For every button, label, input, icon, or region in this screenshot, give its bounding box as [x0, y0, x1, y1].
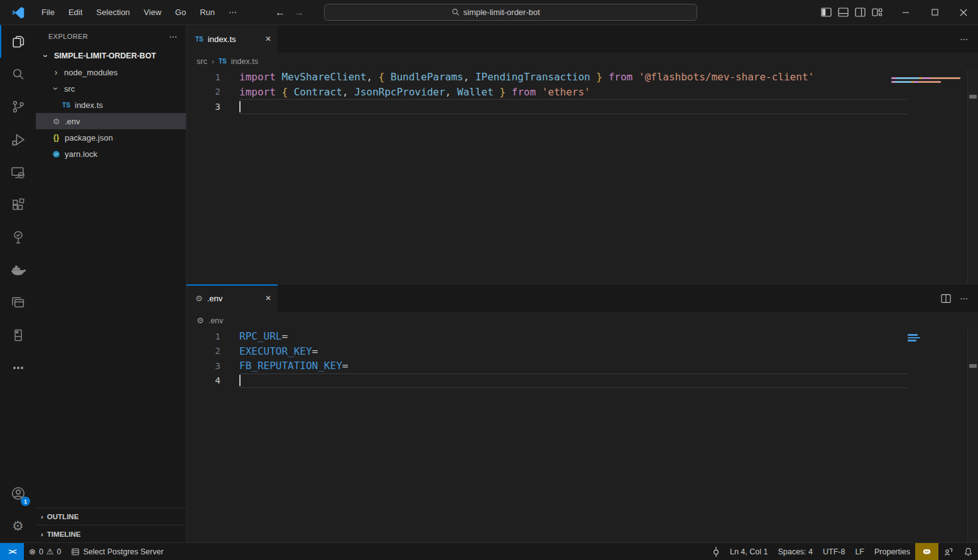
sidebar-item-node-modules[interactable]: › node_modules — [36, 64, 186, 80]
env-line-4-current[interactable]: 4 — [187, 374, 978, 389]
env-line-2[interactable]: 2 EXECUTOR_KEY= — [187, 344, 978, 359]
gear-file-icon: ⚙ — [197, 316, 204, 325]
indentation-status[interactable]: Spaces: 4 — [773, 543, 818, 560]
sidebar-item-index-ts[interactable]: TS index.ts — [36, 97, 186, 113]
chevron-right-icon: › — [212, 57, 214, 66]
nav-history: ← → — [275, 7, 304, 18]
feedback-icon[interactable] — [938, 543, 959, 560]
close-tab-icon[interactable]: ✕ — [265, 35, 271, 43]
tab-actions-top: ⋯ — [960, 25, 978, 53]
statusbar-right: Ln 4, Col 1 Spaces: 4 UTF-8 LF Propertie… — [707, 543, 978, 560]
timeline-section[interactable]: › TIMELINE — [36, 525, 186, 542]
close-tab-icon[interactable]: ✕ — [265, 294, 271, 303]
tab-env[interactable]: ⚙ .env ✕ — [187, 284, 278, 312]
command-center-search[interactable] — [324, 4, 697, 21]
sidebar-header: EXPLORER ⋯ — [36, 25, 186, 48]
code-editor-env[interactable]: 1 RPC_URL= 2 EXECUTOR_KEY= 3 FB_REPUTATI… — [187, 329, 978, 542]
error-icon: ⊗ — [29, 547, 36, 556]
copilot-icon[interactable] — [915, 543, 938, 560]
forward-arrow-icon[interactable]: → — [294, 7, 304, 18]
tabbar-top: TS index.ts ✕ ⋯ — [187, 25, 978, 53]
close-icon[interactable] — [949, 0, 978, 25]
menu-run[interactable]: Run — [194, 5, 220, 19]
postgres-server-status[interactable]: Select Postgres Server — [66, 543, 168, 560]
breadcrumb-file[interactable]: .env — [209, 316, 224, 325]
sidebar-more-icon[interactable]: ⋯ — [169, 32, 178, 41]
maximize-icon[interactable] — [920, 0, 949, 25]
code-line-3-current[interactable]: 3 — [187, 99, 978, 114]
menu-selection[interactable]: Selection — [90, 5, 135, 19]
gear-file-icon: ⚙ — [195, 294, 203, 303]
sidebar-item-yarn-lock[interactable]: yarn.lock — [36, 146, 186, 162]
toggle-secondary-sidebar-icon[interactable] — [855, 8, 866, 17]
editor-group-bottom: ⚙ .env ✕ ⋯ ⚙ .env 1 RPC_URL — [187, 284, 978, 542]
scrollbar-bottom[interactable] — [967, 329, 978, 542]
activity-bar: 1 ⚙ — [0, 25, 36, 542]
sidebar-item-src[interactable]: › src — [36, 80, 186, 97]
menu-view[interactable]: View — [138, 5, 167, 19]
menu-file[interactable]: File — [36, 5, 60, 19]
scrollbar-thumb[interactable] — [969, 364, 977, 368]
split-editor-icon[interactable] — [941, 294, 951, 303]
window-preview-icon[interactable] — [0, 286, 36, 319]
scrollbar-thumb[interactable] — [969, 95, 977, 99]
editor-more-icon[interactable]: ⋯ — [960, 35, 969, 44]
settings-gear-icon[interactable]: ⚙ — [0, 510, 36, 542]
editor-more-icon[interactable]: ⋯ — [960, 294, 969, 303]
breadcrumb-bottom[interactable]: ⚙ .env — [187, 312, 978, 329]
test-tree-icon[interactable] — [0, 221, 36, 254]
accounts-icon[interactable]: 1 — [0, 477, 36, 510]
editor-area: TS index.ts ✕ ⋯ src › TS index.ts — [187, 25, 978, 542]
tab-label: index.ts — [208, 35, 236, 44]
language-mode[interactable]: Properties — [869, 543, 915, 560]
scrollbar-top[interactable] — [967, 70, 978, 284]
remote-explorer-icon[interactable] — [0, 156, 36, 188]
code-line-1[interactable]: 1 import MevShareClient, { BundleParams,… — [187, 70, 978, 85]
search-input[interactable] — [464, 8, 570, 17]
ports-icon[interactable] — [707, 543, 725, 560]
minimap-bottom[interactable] — [908, 334, 923, 343]
tab-index-ts[interactable]: TS index.ts ✕ — [187, 25, 278, 53]
tree-root[interactable]: › SIMPLE-LIMIT-ORDER-BOT — [36, 48, 186, 64]
env-line-1[interactable]: 1 RPC_URL= — [187, 329, 978, 344]
cursor-position[interactable]: Ln 4, Col 1 — [725, 543, 773, 560]
explorer-icon[interactable] — [0, 25, 36, 58]
minimap-top[interactable] — [891, 77, 960, 85]
encoding-status[interactable]: UTF-8 — [818, 543, 850, 560]
env-line-3[interactable]: 3 FB_REPUTATION_KEY= — [187, 358, 978, 374]
toggle-primary-sidebar-icon[interactable] — [821, 8, 832, 17]
breadcrumb-folder[interactable]: src — [197, 57, 207, 66]
outline-section[interactable]: › OUTLINE — [36, 509, 186, 525]
tab-actions-bottom: ⋯ — [941, 284, 978, 312]
problems-status[interactable]: ⊗ 0 ⚠ 0 — [24, 543, 66, 560]
customize-layout-icon[interactable] — [872, 8, 883, 17]
code-editor-index-ts[interactable]: 1 import MevShareClient, { BundleParams,… — [187, 70, 978, 284]
titlebar: File Edit Selection View Go Run ⋯ ← → — [0, 0, 978, 25]
device-manager-icon[interactable] — [0, 319, 36, 352]
bell-icon[interactable] — [959, 543, 978, 560]
breadcrumb-file[interactable]: index.ts — [231, 57, 258, 66]
yarn-file-icon — [51, 150, 62, 158]
chevron-down-icon: › — [41, 51, 51, 61]
breadcrumb-top[interactable]: src › TS index.ts — [187, 53, 978, 70]
back-arrow-icon[interactable]: ← — [275, 7, 285, 18]
docker-icon[interactable] — [0, 254, 36, 286]
eol-status[interactable]: LF — [850, 543, 869, 560]
json-file-icon: {} — [51, 133, 62, 142]
accounts-badge: 1 — [21, 497, 30, 506]
source-control-icon[interactable] — [0, 90, 36, 123]
code-line-2[interactable]: 2 import { Contract, JsonRpcProvider, Wa… — [187, 85, 978, 100]
menu-go[interactable]: Go — [170, 5, 192, 19]
search-icon[interactable] — [0, 58, 36, 90]
run-debug-icon[interactable] — [0, 123, 36, 156]
extensions-icon[interactable] — [0, 188, 36, 221]
sidebar-item-env[interactable]: ⚙ .env — [36, 113, 186, 129]
remote-indicator-icon[interactable]: >< — [0, 543, 24, 560]
sidebar-item-package-json[interactable]: {} package.json — [36, 129, 186, 146]
menu-edit[interactable]: Edit — [63, 5, 88, 19]
menu-more[interactable]: ⋯ — [223, 5, 242, 19]
toggle-panel-icon[interactable] — [838, 8, 849, 17]
more-icon[interactable] — [0, 352, 36, 384]
minimize-icon[interactable] — [891, 0, 920, 25]
file-tree: › SIMPLE-LIMIT-ORDER-BOT › node_modules … — [36, 48, 186, 508]
